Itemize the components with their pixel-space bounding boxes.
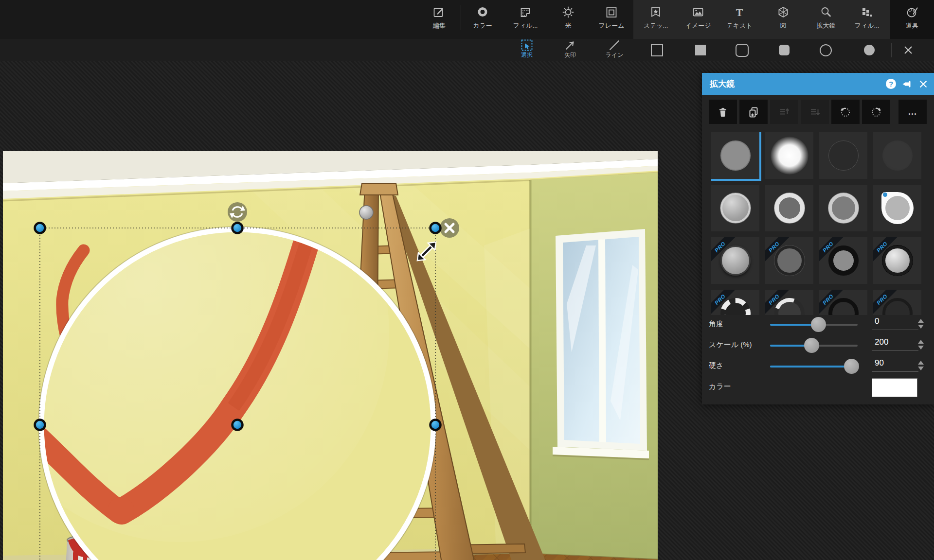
slider-label: スケール (%) <box>709 340 752 350</box>
scale-value-input[interactable]: 200 <box>872 337 918 351</box>
stepper-down-icon[interactable] <box>918 325 924 329</box>
tool-line[interactable]: ライン <box>597 39 631 61</box>
stepper-down-icon[interactable] <box>918 367 924 370</box>
tab-shape[interactable]: 図 <box>762 0 804 39</box>
rounded-square-outline-icon <box>736 44 749 57</box>
panel-header[interactable]: 拡大鏡 ? <box>702 73 934 95</box>
lens-preset[interactable] <box>819 132 867 179</box>
tab-frame[interactable]: フレーム <box>591 0 632 39</box>
angle-slider[interactable] <box>770 324 858 326</box>
tab-filter[interactable]: フィル... <box>504 0 546 39</box>
text-icon: T <box>733 5 746 19</box>
shape-rounded-outline[interactable] <box>731 39 753 61</box>
bring-forward-button[interactable] <box>770 100 798 124</box>
color-icon <box>476 5 489 19</box>
lens-preset[interactable] <box>873 132 921 179</box>
selection-handle-top-center[interactable] <box>233 223 243 233</box>
tool-label: ライン <box>606 51 624 59</box>
lens-preset[interactable] <box>711 132 759 179</box>
lens-thumb <box>882 245 913 276</box>
shape-circle-filled[interactable] <box>859 39 880 61</box>
tab-magnifier[interactable]: 拡大鏡 <box>805 0 847 39</box>
selection-handle-top-right[interactable] <box>431 223 441 233</box>
stepper-up-icon[interactable] <box>918 361 924 365</box>
circle-outline-icon <box>820 44 832 56</box>
pixelate-icon <box>860 5 874 19</box>
delete-handle[interactable] <box>440 218 459 238</box>
scale-slider[interactable] <box>770 345 858 347</box>
tool-select[interactable]: 選択 <box>510 39 544 61</box>
lens-preset-pro[interactable]: PRO <box>765 237 813 284</box>
shape-square-outline[interactable] <box>646 39 667 61</box>
stepper-down-icon[interactable] <box>918 346 924 350</box>
tab-label: 拡大鏡 <box>817 21 836 30</box>
close-icon <box>903 45 914 55</box>
lens-preset[interactable] <box>873 185 921 231</box>
shape-square-filled[interactable] <box>690 39 711 61</box>
scale-stepper[interactable] <box>918 340 924 350</box>
tool-arrow[interactable]: 矢印 <box>553 39 587 61</box>
ladder-top-cap <box>360 183 398 195</box>
selection-handle-mid-left[interactable] <box>35 420 45 430</box>
tab-fill[interactable]: フィル... <box>846 0 888 39</box>
hardness-slider-handle[interactable] <box>844 359 859 374</box>
lens-preset-grid: PRO PRO PRO PRO PRO PRO PRO PRO <box>711 132 927 315</box>
lens-preset[interactable] <box>819 185 867 231</box>
stepper-up-icon[interactable] <box>918 340 924 344</box>
tab-color[interactable]: カラー <box>462 0 503 39</box>
rotate-handle[interactable] <box>228 202 247 222</box>
tab-image[interactable]: イメージ <box>677 0 719 39</box>
lens-thumb <box>882 298 913 315</box>
canvas[interactable] <box>3 151 658 560</box>
stepper-up-icon[interactable] <box>918 319 924 323</box>
hardness-slider[interactable] <box>770 366 858 368</box>
tab-label: フレーム <box>599 21 625 30</box>
tool-label: 矢印 <box>564 51 576 59</box>
lens-preset-pro[interactable]: PRO <box>711 237 759 284</box>
shape-rounded-filled[interactable] <box>773 39 795 61</box>
angle-slider-handle[interactable] <box>811 317 826 332</box>
more-options-button[interactable]: ... <box>898 100 927 124</box>
selection-handle-mid-right[interactable] <box>431 420 441 430</box>
rotate-left-button[interactable] <box>831 100 860 124</box>
lens-preset-pro[interactable]: PRO <box>873 237 921 284</box>
lens-preset-pro[interactable]: PRO <box>765 290 813 315</box>
hardness-stepper[interactable] <box>918 361 924 370</box>
color-swatch[interactable] <box>872 378 917 397</box>
filter-icon <box>519 5 532 19</box>
lens-preset[interactable] <box>711 185 759 231</box>
arrow-icon <box>564 39 576 52</box>
lens-thumb <box>828 193 859 223</box>
lens-preset[interactable] <box>765 185 813 231</box>
hardness-value-input[interactable]: 90 <box>872 358 918 372</box>
tab-light[interactable]: 光 <box>547 0 589 39</box>
selection-handle-top-left[interactable] <box>35 223 45 233</box>
toolbar-divider <box>461 5 461 30</box>
scale-slider-handle[interactable] <box>804 338 819 353</box>
send-backward-button[interactable] <box>801 100 829 124</box>
lens-preset-pro[interactable]: PRO <box>819 290 867 315</box>
close-panel-icon[interactable] <box>918 79 928 89</box>
pin-icon[interactable] <box>901 78 913 90</box>
duplicate-button[interactable] <box>739 100 768 124</box>
light-icon <box>561 5 575 19</box>
delete-button[interactable] <box>709 100 737 124</box>
tab-label: 図 <box>780 21 787 30</box>
shape-icon <box>776 5 790 19</box>
lens-preset-pro[interactable]: PRO <box>711 290 759 315</box>
tool-options-bar: 選択 矢印 ライン <box>0 39 934 61</box>
tab-text[interactable]: T テキスト <box>718 0 760 39</box>
close-tool-button[interactable] <box>898 39 919 61</box>
help-icon[interactable]: ? <box>886 79 896 89</box>
lens-preset-pro[interactable]: PRO <box>819 237 867 284</box>
angle-stepper[interactable] <box>918 319 924 329</box>
shape-circle-outline[interactable] <box>815 39 836 61</box>
selection-handle-center[interactable] <box>233 420 243 430</box>
tab-tools[interactable]: 道具 <box>891 0 933 39</box>
angle-value-input[interactable]: 0 <box>872 316 918 330</box>
lens-preset-pro[interactable]: PRO <box>873 290 921 315</box>
lens-preset[interactable] <box>765 132 813 179</box>
tab-sticker[interactable]: ステッ... <box>635 0 677 39</box>
rotate-right-button[interactable] <box>862 100 890 124</box>
tab-edit[interactable]: 編集 <box>418 0 460 39</box>
